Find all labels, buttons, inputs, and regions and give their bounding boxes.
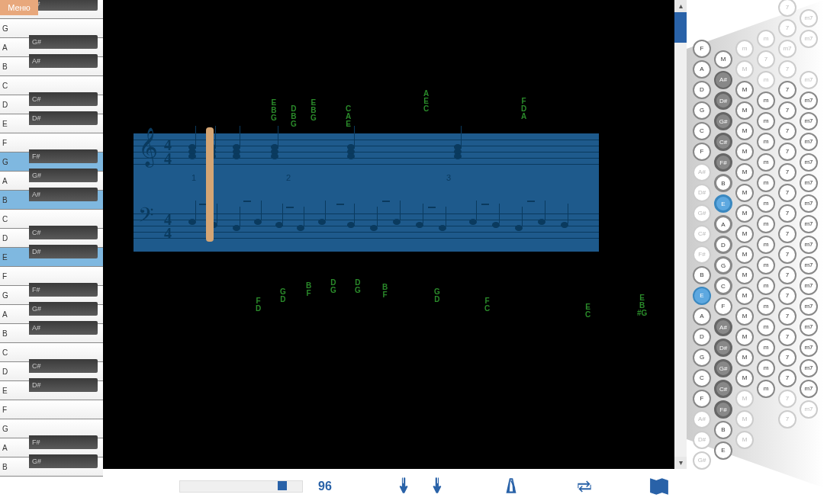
accordion-button[interactable]: 7: [778, 122, 796, 140]
tempo-slider[interactable]: [179, 480, 303, 493]
accordion-button[interactable]: m7: [800, 133, 818, 151]
accordion-button[interactable]: 7: [778, 143, 796, 161]
accordion-button[interactable]: D: [714, 236, 732, 254]
accordion-button[interactable]: 7: [778, 101, 796, 120]
accordion-button[interactable]: F: [693, 143, 711, 161]
black-key[interactable]: C#: [29, 92, 98, 106]
accordion-button[interactable]: m: [735, 40, 754, 58]
accordion-button[interactable]: m7: [800, 380, 818, 398]
black-key[interactable]: D#: [29, 245, 98, 258]
scroll-down-icon[interactable]: ▾: [674, 457, 687, 469]
accordion-button[interactable]: M: [735, 266, 754, 284]
scroll-thumb[interactable]: [674, 12, 687, 43]
accordion-button[interactable]: m7: [800, 400, 818, 419]
accordion-button[interactable]: m: [757, 133, 775, 151]
accordion-button[interactable]: G: [714, 256, 732, 274]
accordion-button[interactable]: m7: [778, 40, 796, 58]
piano-keyboard[interactable]: GABCDEFGABCDEFGABCDEFGABF#G#A#C#D#F#G#A#…: [0, 0, 103, 504]
loop-icon[interactable]: [574, 475, 594, 498]
accordion-button[interactable]: 7: [778, 184, 796, 202]
accordion-button[interactable]: M: [735, 287, 754, 305]
accordion-button[interactable]: M: [735, 390, 754, 408]
map-icon[interactable]: [647, 475, 671, 498]
accordion-button[interactable]: C: [693, 369, 711, 387]
accordion-button[interactable]: D#: [714, 339, 732, 357]
accordion-button[interactable]: F#: [693, 246, 711, 264]
accordion-button[interactable]: M: [735, 101, 754, 120]
accordion-button[interactable]: M: [735, 143, 754, 161]
accordion-button[interactable]: A: [714, 215, 732, 233]
accordion-button[interactable]: E: [693, 287, 711, 305]
accordion-button[interactable]: M: [735, 81, 754, 99]
accordion-button[interactable]: 7: [778, 266, 796, 284]
accordion-button[interactable]: m: [757, 112, 775, 130]
accordion-button[interactable]: m7: [800, 297, 818, 316]
score-scrollbar[interactable]: ▴ ▾: [674, 0, 687, 469]
accordion-button[interactable]: 7: [778, 348, 796, 367]
accordion-button[interactable]: M: [735, 410, 754, 429]
black-key[interactable]: F#: [29, 283, 98, 297]
accordion-button[interactable]: C#: [714, 133, 732, 151]
accordion-button[interactable]: E: [714, 441, 732, 460]
black-key[interactable]: F#: [29, 149, 98, 163]
accordion-button[interactable]: 7: [778, 369, 796, 387]
accordion-button[interactable]: D#: [714, 91, 732, 110]
accordion-button[interactable]: 7: [778, 246, 796, 264]
accordion-button[interactable]: M: [735, 122, 754, 140]
accordion-button[interactable]: G: [693, 101, 711, 120]
accordion-button[interactable]: M: [735, 328, 754, 346]
accordion-button[interactable]: m: [757, 194, 775, 213]
accordion-button[interactable]: 7: [757, 50, 775, 69]
scroll-up-icon[interactable]: ▴: [674, 0, 687, 12]
accordion-button[interactable]: m: [757, 91, 775, 110]
accordion-button[interactable]: M: [735, 348, 754, 367]
accordion-button[interactable]: 7: [778, 225, 796, 243]
accordion-button[interactable]: m7: [800, 112, 818, 130]
menu-button[interactable]: Меню: [0, 0, 38, 15]
accordion-button[interactable]: M: [714, 50, 732, 69]
accordion-button[interactable]: M: [735, 204, 754, 223]
black-key[interactable]: G#: [29, 454, 98, 468]
black-key[interactable]: C#: [29, 226, 98, 239]
accordion-button[interactable]: A#: [714, 71, 732, 89]
accordion-button[interactable]: M: [735, 307, 754, 326]
tempo-slider-thumb[interactable]: [278, 481, 287, 490]
accordion-button[interactable]: F#: [714, 153, 732, 172]
accordion-button[interactable]: B: [693, 266, 711, 284]
accordion-button[interactable]: F#: [714, 400, 732, 419]
black-key[interactable]: F#: [29, 0, 98, 11]
accordion-button[interactable]: m7: [800, 215, 818, 233]
black-key[interactable]: A#: [29, 188, 98, 201]
accordion-button[interactable]: A#: [693, 163, 711, 181]
accordion-button[interactable]: m: [757, 297, 775, 316]
accordion-button[interactable]: m7: [800, 236, 818, 254]
right-hand-icon[interactable]: [428, 475, 448, 498]
accordion-button[interactable]: m: [757, 318, 775, 336]
accordion-button[interactable]: G#: [693, 451, 711, 470]
score-staves[interactable]: 𝄞 𝄢 4 4 4 4 1 2 3: [134, 133, 599, 252]
accordion-button[interactable]: A: [693, 307, 711, 326]
accordion-button[interactable]: F: [714, 297, 732, 316]
accordion-button[interactable]: m: [757, 174, 775, 192]
accordion-button[interactable]: m7: [800, 359, 818, 377]
accordion-button[interactable]: m: [757, 153, 775, 172]
accordion-button[interactable]: M: [735, 246, 754, 264]
accordion-button[interactable]: 7: [778, 60, 796, 79]
playback-cursor[interactable]: [206, 127, 214, 242]
accordion-button[interactable]: M: [735, 184, 754, 202]
accordion-button[interactable]: A: [693, 60, 711, 79]
accordion-button[interactable]: 7: [778, 307, 796, 326]
accordion-button[interactable]: 7: [778, 328, 796, 346]
black-key[interactable]: A#: [29, 54, 98, 68]
accordion-button[interactable]: m7: [800, 194, 818, 213]
accordion-button[interactable]: m: [757, 215, 775, 233]
accordion-button[interactable]: m7: [800, 71, 818, 89]
accordion-button[interactable]: A#: [714, 318, 732, 336]
accordion-buttons[interactable]: 7m7m7m7FMm7m7AA#Mm7m7DD#Mm7m7GG#Mm7m7CC#…: [687, 0, 827, 504]
accordion-button[interactable]: 7: [778, 163, 796, 181]
accordion-button[interactable]: G#: [693, 204, 711, 223]
accordion-button[interactable]: G#: [714, 359, 732, 377]
accordion-button[interactable]: m7: [800, 30, 818, 48]
black-key[interactable]: G#: [29, 35, 98, 49]
black-key[interactable]: C#: [29, 359, 98, 373]
